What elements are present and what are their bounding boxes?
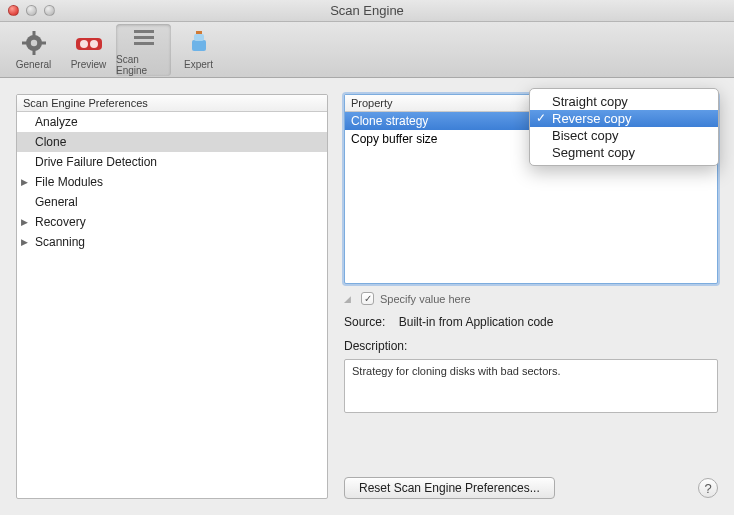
sidebar-item-label: File Modules: [35, 174, 103, 190]
toolbar: General Preview Scan Engine Expert: [0, 22, 734, 78]
menu-item-straight-copy[interactable]: Straight copy: [530, 93, 718, 110]
svg-rect-9: [134, 30, 154, 33]
gear-icon: [20, 29, 48, 57]
svg-point-8: [90, 40, 98, 48]
source-value: Built-in from Application code: [399, 315, 554, 329]
sidebar-item-label: General: [35, 194, 78, 210]
svg-rect-2: [32, 31, 35, 36]
property-label: Clone strategy: [351, 114, 428, 128]
toolbar-label: Preview: [71, 59, 107, 70]
specify-value-row: ◢ ✓ Specify value here: [344, 292, 718, 305]
svg-rect-12: [192, 40, 206, 51]
sidebar-item-recovery[interactable]: ▶Recovery: [17, 212, 327, 232]
disclosure-triangle-icon[interactable]: ▶: [21, 214, 33, 230]
menu-item-bisect-copy[interactable]: Bisect copy: [530, 127, 718, 144]
sidebar-item-analyze[interactable]: Analyze: [17, 112, 327, 132]
disclosure-triangle-icon[interactable]: ▶: [21, 174, 33, 190]
toolbar-scan-engine[interactable]: Scan Engine: [116, 24, 171, 76]
sidebar-column: Scan Engine Preferences Analyze Clone Dr…: [16, 94, 328, 499]
menu-item-segment-copy[interactable]: Segment copy: [530, 144, 718, 161]
svg-rect-6: [76, 38, 102, 50]
sidebar-item-clone[interactable]: Clone: [17, 132, 327, 152]
window-titlebar: Scan Engine: [0, 0, 734, 22]
svg-rect-14: [196, 31, 202, 34]
description-box: Strategy for cloning disks with bad sect…: [344, 359, 718, 413]
reset-preferences-button[interactable]: Reset Scan Engine Preferences...: [344, 477, 555, 499]
source-row: Source: Built-in from Application code: [344, 315, 718, 329]
help-icon: ?: [704, 481, 711, 496]
svg-rect-13: [194, 34, 204, 41]
toolbar-label: Expert: [184, 59, 213, 70]
menu-item-label: Bisect copy: [552, 128, 618, 143]
toolbar-label: Scan Engine: [116, 54, 171, 76]
sidebar-item-scanning[interactable]: ▶Scanning: [17, 232, 327, 252]
sidebar-item-general[interactable]: General: [17, 192, 327, 212]
specify-value-checkbox[interactable]: ✓: [361, 292, 374, 305]
resize-grip-icon[interactable]: ◢: [344, 294, 351, 304]
svg-rect-4: [22, 42, 27, 45]
sidebar-item-file-modules[interactable]: ▶File Modules: [17, 172, 327, 192]
sidebar-item-label: Clone: [35, 134, 66, 150]
viewer-icon: [75, 29, 103, 57]
sidebar-item-label: Scanning: [35, 234, 85, 250]
expert-icon: [185, 29, 213, 57]
detail-column: Property Clone strategy ▲▼ Copy buffer s…: [344, 94, 718, 499]
menu-item-label: Reverse copy: [552, 111, 631, 126]
property-table[interactable]: Property Clone strategy ▲▼ Copy buffer s…: [344, 94, 718, 284]
preferences-tree[interactable]: Scan Engine Preferences Analyze Clone Dr…: [16, 94, 328, 499]
clone-strategy-popup[interactable]: Straight copy Reverse copy Bisect copy S…: [529, 88, 719, 166]
disclosure-triangle-icon[interactable]: ▶: [21, 234, 33, 250]
sidebar-item-label: Recovery: [35, 214, 86, 230]
description-label: Description:: [344, 339, 718, 353]
window-title: Scan Engine: [0, 3, 734, 18]
description-text: Strategy for cloning disks with bad sect…: [352, 365, 560, 377]
sidebar-item-label: Drive Failure Detection: [35, 154, 157, 170]
toolbar-expert[interactable]: Expert: [171, 24, 226, 76]
svg-point-7: [80, 40, 88, 48]
svg-rect-10: [134, 36, 154, 39]
toolbar-preview[interactable]: Preview: [61, 24, 116, 76]
preferences-tree-header: Scan Engine Preferences: [17, 95, 327, 112]
bottom-row: Reset Scan Engine Preferences... ?: [344, 457, 718, 499]
svg-rect-5: [41, 42, 46, 45]
specify-value-label: Specify value here: [380, 293, 471, 305]
sidebar-item-drive-failure[interactable]: Drive Failure Detection: [17, 152, 327, 172]
property-label: Copy buffer size: [351, 132, 438, 146]
sidebar-item-label: Analyze: [35, 114, 78, 130]
menu-item-label: Segment copy: [552, 145, 635, 160]
svg-rect-3: [32, 50, 35, 55]
source-label: Source:: [344, 315, 385, 329]
menu-item-label: Straight copy: [552, 94, 628, 109]
toolbar-label: General: [16, 59, 52, 70]
menu-item-reverse-copy[interactable]: Reverse copy: [530, 110, 718, 127]
toolbar-general[interactable]: General: [6, 24, 61, 76]
help-button[interactable]: ?: [698, 478, 718, 498]
svg-rect-11: [134, 42, 154, 45]
content-area: Scan Engine Preferences Analyze Clone Dr…: [0, 78, 734, 515]
svg-point-1: [30, 40, 36, 46]
list-icon: [130, 24, 158, 52]
